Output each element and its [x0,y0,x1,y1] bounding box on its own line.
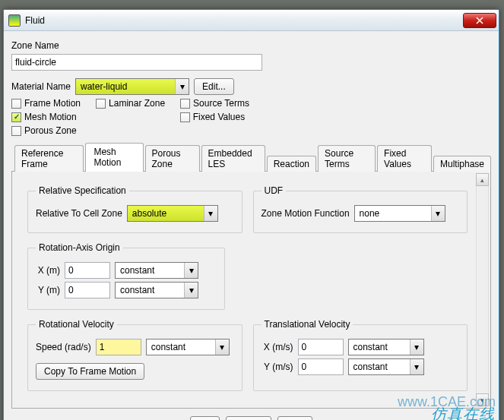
cancel-button[interactable]: Cancel [226,416,271,420]
source-terms-label: Source Terms [193,98,249,109]
chevron-down-icon: ▾ [175,79,189,94]
app-icon [8,14,21,27]
chevron-down-icon: ▾ [410,339,423,355]
speed-label: Speed (rad/s) [36,342,91,352]
tab-mesh-motion[interactable]: Mesh Motion [85,143,143,172]
help-button[interactable]: Help [277,416,313,420]
chevron-down-icon: ▾ [184,263,198,278]
rot-origin-x-type-select[interactable]: constant▾ [115,262,198,279]
tab-panel-mesh-motion: ▴ ▾ Relative Specification Relative To C… [11,172,491,409]
rotational-velocity-legend: Rotational Velocity [36,319,117,330]
chevron-down-icon: ▾ [215,339,229,355]
udf-group: UDF Zone Motion Function none▾ [253,185,468,233]
trans-y-label: Y (m/s) [262,362,293,372]
zone-motion-function-label: Zone Motion Function [262,208,350,219]
mesh-motion-checkbox[interactable]: Mesh Motion [11,112,77,122]
chevron-down-icon: ▾ [431,206,445,221]
titlebar: Fluid [4,10,499,31]
rotation-axis-origin-legend: Rotation-Axis Origin [36,242,123,253]
close-icon [476,17,483,24]
relative-to-cell-zone-select[interactable]: absolute▾ [127,205,218,222]
rotation-axis-origin-group: Rotation-Axis Origin X (m) constant▾ Y (… [27,242,225,310]
ok-button[interactable]: OK [190,416,220,420]
material-name-label: Material Name [11,81,71,92]
relative-specification-group: Relative Specification Relative To Cell … [27,185,242,233]
frame-motion-label: Frame Motion [24,98,81,109]
tab-fixed-values[interactable]: Fixed Values [377,145,432,172]
speed-input[interactable] [96,339,141,355]
rot-origin-y-input[interactable] [65,282,110,298]
zone-name-input[interactable] [11,54,262,71]
tab-bar: Reference Frame Mesh Motion Porous Zone … [11,142,491,172]
trans-x-label: X (m/s) [262,342,293,352]
laminar-zone-checkbox[interactable]: Laminar Zone [96,98,165,109]
porous-zone-label: Porous Zone [24,125,77,136]
zone-name-label: Zone Name [11,40,59,51]
scroll-up-icon[interactable]: ▴ [476,173,489,186]
fixed-values-label: Fixed Values [193,112,245,122]
rot-origin-x-input[interactable] [65,262,110,279]
zone-motion-function-select[interactable]: none▾ [354,205,445,222]
tab-reaction[interactable]: Reaction [267,156,316,172]
translational-velocity-group: Translational Velocity X (m/s) constant▾… [253,319,468,391]
scrollbar[interactable]: ▴ ▾ [476,173,489,406]
fixed-values-checkbox[interactable]: Fixed Values [180,112,245,122]
source-terms-checkbox[interactable]: Source Terms [180,98,249,109]
chevron-down-icon: ▾ [184,283,198,298]
trans-x-type-select[interactable]: constant▾ [348,339,424,355]
trans-y-input[interactable] [298,358,344,375]
trans-y-type-select[interactable]: constant▾ [348,358,424,375]
rotational-velocity-group: Rotational Velocity Speed (rad/s) consta… [27,319,242,391]
tab-source-terms[interactable]: Source Terms [318,145,376,172]
speed-type-select[interactable]: constant▾ [146,339,230,355]
relative-to-cell-zone-label: Relative To Cell Zone [36,208,122,219]
mesh-motion-label: Mesh Motion [24,112,77,122]
window-title: Fluid [25,15,463,26]
translational-velocity-legend: Translational Velocity [262,319,353,330]
dialog-button-row: OK Cancel Help [11,416,491,420]
close-button[interactable] [463,13,496,28]
copy-to-frame-motion-button[interactable]: Copy To Frame Motion [36,363,144,380]
fluid-dialog: Fluid Zone Name Material Name water-liqu… [3,9,499,420]
tab-multiphase[interactable]: Multiphase [433,156,491,172]
laminar-zone-label: Laminar Zone [109,98,165,109]
porous-zone-checkbox[interactable]: Porous Zone [11,125,77,136]
brand-watermark: 仿真在线 [431,404,495,420]
chevron-down-icon: ▾ [204,206,217,221]
material-name-select[interactable]: water-liquid▾ [75,78,189,95]
tab-reference-frame[interactable]: Reference Frame [14,145,84,172]
chevron-down-icon: ▾ [410,359,423,374]
rot-origin-y-type-select[interactable]: constant▾ [115,282,198,298]
relative-specification-legend: Relative Specification [36,185,129,196]
material-edit-button[interactable]: Edit... [194,78,234,95]
tab-embedded-les[interactable]: Embedded LES [201,145,265,172]
tab-porous-zone[interactable]: Porous Zone [145,145,200,172]
udf-legend: UDF [262,185,287,196]
frame-motion-checkbox[interactable]: Frame Motion [11,98,81,109]
trans-x-input[interactable] [298,339,344,355]
rot-origin-x-label: X (m) [36,265,60,276]
rot-origin-y-label: Y (m) [36,285,60,295]
